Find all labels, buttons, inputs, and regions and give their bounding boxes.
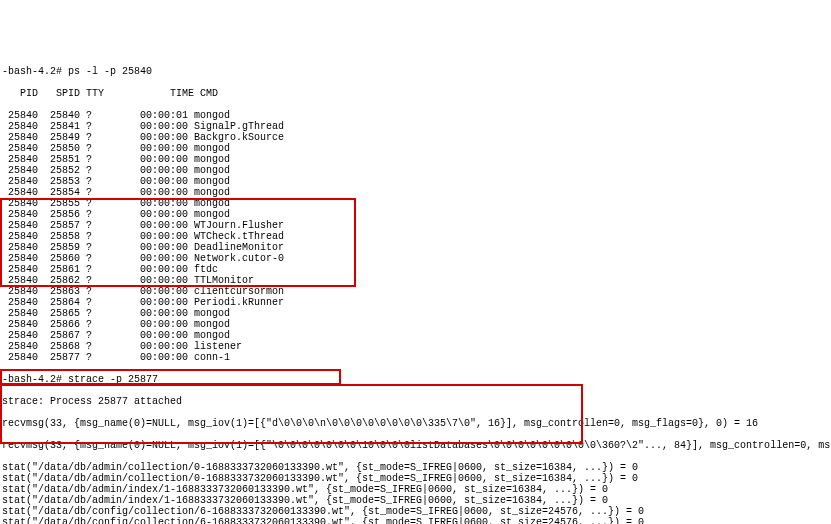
ps-row: 25840 25856 ? 00:00:00 mongod (2, 209, 829, 220)
shell-prompt-ps: -bash-4.2# ps -l -p 25840 (2, 66, 829, 77)
ps-row: 25840 25867 ? 00:00:00 mongod (2, 330, 829, 341)
strace-attach-line: strace: Process 25877 attached (2, 396, 829, 407)
ps-row: 25840 25852 ? 00:00:00 mongod (2, 165, 829, 176)
ps-row: 25840 25851 ? 00:00:00 mongod (2, 154, 829, 165)
shell-prompt-strace: -bash-4.2# strace -p 25877 (2, 374, 829, 385)
ps-row: 25840 25855 ? 00:00:00 mongod (2, 198, 829, 209)
ps-row: 25840 25866 ? 00:00:00 mongod (2, 319, 829, 330)
ps-row: 25840 25854 ? 00:00:00 mongod (2, 187, 829, 198)
ps-row: 25840 25862 ? 00:00:00 TTLMonitor (2, 275, 829, 286)
ps-row: 25840 25860 ? 00:00:00 Network.cutor-0 (2, 253, 829, 264)
ps-row: 25840 25861 ? 00:00:00 ftdc (2, 264, 829, 275)
strace-output-line: stat("/data/db/admin/index/1-16883337320… (2, 495, 829, 506)
strace-output-line: stat("/data/db/admin/collection/0-168833… (2, 462, 829, 473)
strace-output-line: stat("/data/db/config/collection/6-16883… (2, 506, 829, 517)
ps-row: 25840 25863 ? 00:00:00 clientcursormon (2, 286, 829, 297)
strace-output-line: stat("/data/db/admin/index/1-16883337320… (2, 484, 829, 495)
ps-row: 25840 25840 ? 00:00:01 mongod (2, 110, 829, 121)
ps-row: 25840 25864 ? 00:00:00 Periodi.kRunner (2, 297, 829, 308)
ps-row: 25840 25859 ? 00:00:00 DeadlineMonitor (2, 242, 829, 253)
strace-output-line: stat("/data/db/config/collection/6-16883… (2, 517, 829, 524)
strace-output-line: recvmsg(33, {msg_name(0)=NULL, msg_iov(1… (2, 418, 829, 429)
ps-row: 25840 25858 ? 00:00:00 WTCheck.tThread (2, 231, 829, 242)
ps-header-row: PID SPID TTY TIME CMD (2, 88, 829, 99)
ps-row: 25840 25865 ? 00:00:00 mongod (2, 308, 829, 319)
ps-row: 25840 25877 ? 00:00:00 conn-1 (2, 352, 829, 363)
strace-output-line: stat("/data/db/admin/collection/0-168833… (2, 473, 829, 484)
ps-row: 25840 25853 ? 00:00:00 mongod (2, 176, 829, 187)
ps-row: 25840 25850 ? 00:00:00 mongod (2, 143, 829, 154)
ps-row: 25840 25857 ? 00:00:00 WTJourn.Flusher (2, 220, 829, 231)
ps-row: 25840 25841 ? 00:00:00 SignalP.gThread (2, 121, 829, 132)
terminal-output: -bash-4.2# ps -l -p 25840 PID SPID TTY T… (0, 55, 831, 524)
ps-row: 25840 25868 ? 00:00:00 listener (2, 341, 829, 352)
ps-row: 25840 25849 ? 00:00:00 Backgro.kSource (2, 132, 829, 143)
strace-output-line: recvmsg(33, {msg_name(0)=NULL, msg_iov(1… (2, 440, 829, 451)
